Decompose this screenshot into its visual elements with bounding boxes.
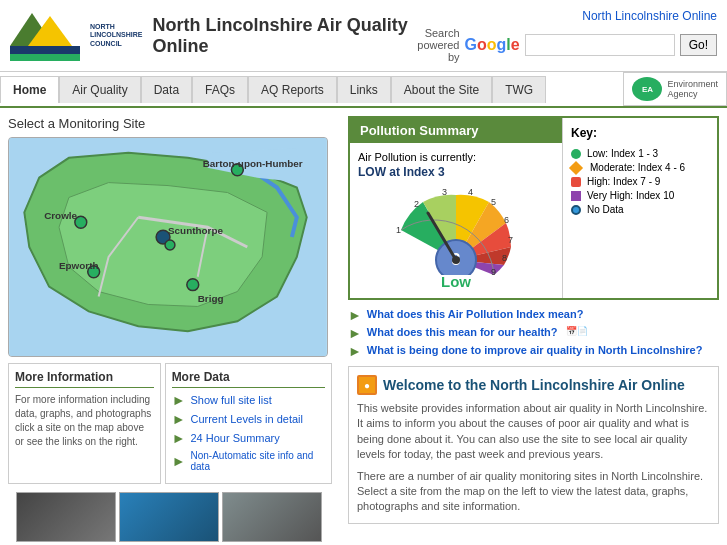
nav-item-aq-reports[interactable]: AQ Reports: [248, 76, 337, 103]
map-title: Select a Monitoring Site: [8, 116, 332, 131]
pollution-summary-box: Pollution Summary Air Pollution is curre…: [350, 118, 562, 298]
label-crowle: Crowle: [44, 210, 77, 221]
welcome-icon: ●: [357, 375, 377, 395]
key-label-high: High: Index 7 - 9: [587, 176, 660, 187]
svg-text:8: 8: [502, 253, 507, 263]
pollution-link-2-label[interactable]: What does this mean for our health?: [367, 326, 558, 338]
more-data-panel: More Data ► Show full site list ► Curren…: [165, 363, 332, 484]
map-panel: Select a Monitoring Site: [0, 108, 340, 545]
nav-item-home[interactable]: Home: [0, 76, 59, 103]
svg-text:9: 9: [491, 267, 496, 275]
data-link-3[interactable]: ► 24 Hour Summary: [172, 431, 325, 445]
arrow-icon-p2: ►: [348, 326, 362, 340]
nav-item-twg[interactable]: TWG: [492, 76, 546, 103]
map-svg: Barton-upon-Humber Scunthorpe Crowle Epw…: [9, 138, 327, 356]
welcome-panel: ● Welcome to the North Lincolnshire Air …: [348, 366, 719, 524]
data-link-4-label[interactable]: Non-Automatic site info and data: [190, 450, 325, 472]
svg-rect-3: [10, 54, 80, 61]
arrow-icon-p3: ►: [348, 344, 362, 358]
more-info-title: More Information: [15, 370, 154, 388]
more-data-title: More Data: [172, 370, 325, 388]
site-scunthorpe-2: [165, 240, 175, 250]
nav-item-faqs[interactable]: FAQs: [192, 76, 248, 103]
key-label-very-high: Very High: Index 10: [587, 190, 674, 201]
logo-area: NORTHLINCOLNSHIRECOUNCIL North Lincolnsh…: [10, 8, 410, 63]
key-title: Key:: [571, 126, 709, 140]
arrow-icon-3: ►: [172, 431, 186, 445]
nav-item-air-quality[interactable]: Air Quality: [59, 76, 140, 103]
svg-text:2: 2: [414, 199, 419, 209]
key-dot-high: [571, 177, 581, 187]
svg-text:1: 1: [396, 225, 401, 235]
nav-item-data[interactable]: Data: [141, 76, 192, 103]
pollution-header: Pollution Summary: [350, 118, 562, 143]
more-info-text: For more information including data, gra…: [15, 393, 154, 449]
label-brigg: Brigg: [198, 293, 224, 304]
data-link-1[interactable]: ► Show full site list: [172, 393, 325, 407]
welcome-header: ● Welcome to the North Lincolnshire Air …: [357, 375, 710, 395]
key-item-very-high: Very High: Index 10: [571, 190, 709, 201]
data-link-1-label[interactable]: Show full site list: [190, 394, 271, 406]
key-item-low: Low: Index 1 - 3: [571, 148, 709, 159]
welcome-para-1: This website provides information about …: [357, 401, 710, 463]
svg-text:3: 3: [442, 187, 447, 197]
bottom-info-row: More Information For more information in…: [8, 363, 332, 484]
data-link-4[interactable]: ► Non-Automatic site info and data: [172, 450, 325, 472]
pollution-current-text: Air Pollution is currently:: [358, 151, 554, 163]
env-agency-label: EnvironmentAgency: [667, 79, 718, 99]
data-link-3-label[interactable]: 24 Hour Summary: [190, 432, 279, 444]
photo-3: [222, 492, 322, 542]
arrow-icon-4: ►: [172, 454, 186, 468]
svg-text:5: 5: [491, 197, 496, 207]
pollution-level-text: LOW at Index 3: [358, 165, 554, 179]
gauge-low-label: Low: [358, 273, 554, 290]
key-item-moderate: Moderate: Index 4 - 6: [571, 162, 709, 173]
key-dot-no-data: [571, 205, 581, 215]
key-dot-very-high: [571, 191, 581, 201]
svg-rect-2: [10, 46, 80, 54]
go-button[interactable]: Go!: [680, 34, 717, 56]
key-label-low: Low: Index 1 - 3: [587, 148, 658, 159]
pollution-summary-section: Pollution Summary Air Pollution is curre…: [348, 116, 719, 300]
env-agency-logo: EA: [632, 77, 662, 101]
label-scunthorpe: Scunthorpe: [168, 225, 223, 236]
pollution-link-3-label[interactable]: What is being done to improve air qualit…: [367, 344, 703, 356]
arrow-icon-p1: ►: [348, 308, 362, 322]
external-icons: 📅📄: [566, 326, 588, 336]
svg-text:4: 4: [468, 187, 473, 197]
photos-strip: [8, 488, 332, 545]
environment-agency-badge: EA EnvironmentAgency: [623, 72, 727, 106]
pollution-link-1[interactable]: ► What does this Air Pollution Index mea…: [348, 308, 719, 322]
pollution-link-1-label[interactable]: What does this Air Pollution Index mean?: [367, 308, 584, 320]
key-dot-moderate: [569, 160, 583, 174]
svg-text:7: 7: [508, 235, 513, 245]
svg-text:10: 10: [478, 273, 488, 275]
svg-point-18: [452, 256, 460, 264]
key-item-no-data: No Data: [571, 204, 709, 215]
key-item-high: High: Index 7 - 9: [571, 176, 709, 187]
welcome-title: Welcome to the North Lincolnshire Air On…: [383, 377, 685, 393]
label-barton: Barton-upon-Humber: [203, 158, 303, 169]
search-input[interactable]: [525, 34, 675, 56]
nav-item-about[interactable]: About the Site: [391, 76, 492, 103]
pollution-link-2[interactable]: ► What does this mean for our health? 📅📄: [348, 326, 719, 340]
key-label-moderate: Moderate: Index 4 - 6: [590, 162, 685, 173]
data-link-2-label[interactable]: Current Levels in detail: [190, 413, 303, 425]
more-info-panel: More Information For more information in…: [8, 363, 161, 484]
main-nav: Home Air Quality Data FAQs AQ Reports Li…: [0, 72, 727, 108]
north-lincs-online-link[interactable]: North Lincolnshire Online: [410, 9, 717, 23]
site-brigg: [187, 279, 199, 291]
arrow-icon-2: ►: [172, 412, 186, 426]
main-content: Select a Monitoring Site: [0, 108, 727, 545]
map-container[interactable]: Barton-upon-Humber Scunthorpe Crowle Epw…: [8, 137, 328, 357]
pollution-gauge: 1 2 3 4 5 6 7 8 9 10: [386, 185, 526, 275]
council-name-block: NORTHLINCOLNSHIRECOUNCIL: [90, 23, 143, 48]
data-link-2[interactable]: ► Current Levels in detail: [172, 412, 325, 426]
pollution-links-section: ► What does this Air Pollution Index mea…: [348, 308, 719, 358]
nav-item-links[interactable]: Links: [337, 76, 391, 103]
search-powered-label: Search powered by: [410, 27, 460, 63]
search-area: Search powered by Google Go!: [410, 27, 717, 63]
council-name: NORTHLINCOLNSHIRECOUNCIL: [90, 23, 143, 48]
pollution-link-3[interactable]: ► What is being done to improve air qual…: [348, 344, 719, 358]
key-label-no-data: No Data: [587, 204, 624, 215]
